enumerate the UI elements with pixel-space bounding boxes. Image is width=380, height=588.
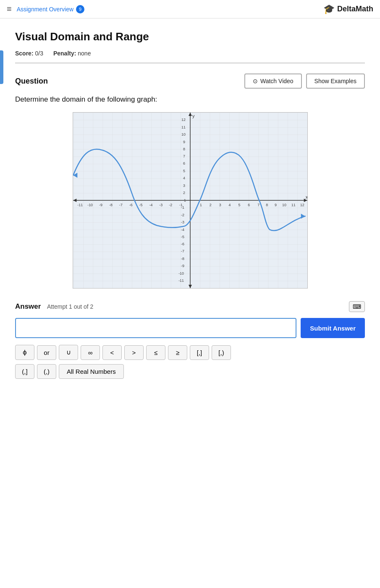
svg-text:-6: -6 xyxy=(129,203,132,207)
submit-button[interactable]: Submit Answer xyxy=(301,318,365,338)
top-bar: ≡ Assignment Overview 9 🎓 DeltaMath xyxy=(0,0,380,18)
svg-text:7: 7 xyxy=(257,203,259,207)
greater-button[interactable]: > xyxy=(124,345,144,360)
left-tab xyxy=(0,50,3,84)
svg-text:-8: -8 xyxy=(181,257,184,261)
svg-text:-8: -8 xyxy=(109,203,112,207)
score-row: Score: 0/3 Penalty: none xyxy=(15,50,365,57)
penalty-value: none xyxy=(78,50,91,57)
svg-text:11: 11 xyxy=(181,125,186,129)
svg-text:9: 9 xyxy=(183,140,185,144)
assignment-badge: 9 xyxy=(76,5,84,13)
svg-text:8: 8 xyxy=(266,203,268,207)
graph-wrapper: x y 1 2 3 4 5 6 7 8 9 10 11 12 -1 -2 xyxy=(73,112,308,289)
svg-text:5: 5 xyxy=(183,169,185,173)
svg-text:-3: -3 xyxy=(159,203,162,207)
paren-paren-button[interactable]: (,) xyxy=(37,364,56,379)
svg-text:5: 5 xyxy=(238,203,240,207)
svg-text:9: 9 xyxy=(275,203,277,207)
play-icon: ⊙ xyxy=(253,78,258,84)
svg-text:1: 1 xyxy=(199,203,202,207)
svg-text:2: 2 xyxy=(183,191,185,195)
penalty-label: Penalty: xyxy=(53,50,76,57)
svg-text:y: y xyxy=(192,113,194,118)
svg-text:-5: -5 xyxy=(181,235,184,239)
svg-text:3: 3 xyxy=(219,203,221,207)
logo-icon: 🎓 xyxy=(323,4,335,15)
hamburger-icon[interactable]: ≡ xyxy=(7,4,12,14)
svg-text:4: 4 xyxy=(228,203,231,207)
less-button[interactable]: < xyxy=(102,345,122,360)
answer-header: Answer Attempt 1 out of 2 ⌨ xyxy=(15,301,365,312)
leq-button[interactable]: ≤ xyxy=(146,345,165,360)
svg-text:-7: -7 xyxy=(181,249,184,253)
answer-input-row: Submit Answer xyxy=(15,318,365,338)
svg-text:x: x xyxy=(305,194,307,200)
keyboard-button[interactable]: ⌨ xyxy=(349,301,365,312)
svg-text:-11: -11 xyxy=(77,203,83,207)
symbol-row-1: ϕ or ∪ ∞ < > ≤ ≥ [,] [,) xyxy=(15,345,365,360)
bracket-closed-button[interactable]: [,] xyxy=(190,345,209,360)
graph-svg: x y 1 2 3 4 5 6 7 8 9 10 11 12 -1 -2 xyxy=(73,113,307,288)
question-header: Question ⊙ Watch Video Show Examples xyxy=(15,74,365,89)
logo-text: DeltaMath xyxy=(337,5,373,13)
infinity-button[interactable]: ∞ xyxy=(81,345,100,360)
attempt-label: Attempt 1 out of 2 xyxy=(47,303,94,310)
section-divider xyxy=(15,63,365,63)
all-real-numbers-button[interactable]: All Real Numbers xyxy=(59,364,124,379)
page-title: Visual Domain and Range xyxy=(15,30,365,43)
score-label: Score: xyxy=(15,50,34,57)
answer-input[interactable] xyxy=(15,318,296,338)
phi-button[interactable]: ϕ xyxy=(15,345,34,360)
svg-text:7: 7 xyxy=(183,154,185,158)
svg-text:-6: -6 xyxy=(181,242,184,246)
assignment-link[interactable]: Assignment Overview xyxy=(17,6,73,13)
svg-text:6: 6 xyxy=(248,203,250,207)
question-title: Question xyxy=(15,77,244,86)
svg-text:-2: -2 xyxy=(181,213,184,217)
svg-text:-5: -5 xyxy=(139,203,142,207)
svg-text:6: 6 xyxy=(183,161,185,165)
svg-text:-10: -10 xyxy=(178,271,184,276)
svg-text:-4: -4 xyxy=(181,228,184,232)
svg-text:4: 4 xyxy=(183,176,185,180)
svg-text:2: 2 xyxy=(209,203,211,207)
watch-video-label: Watch Video xyxy=(260,78,294,84)
paren-bracket-button[interactable]: (,] xyxy=(15,364,34,379)
watch-video-button[interactable]: ⊙ Watch Video xyxy=(244,74,302,89)
svg-text:12: 12 xyxy=(300,203,304,207)
score-value: 0/3 xyxy=(35,50,43,57)
svg-text:-4: -4 xyxy=(149,203,152,207)
svg-text:11: 11 xyxy=(291,203,295,207)
main-content: Visual Domain and Range Score: 0/3 Penal… xyxy=(0,18,380,588)
show-examples-button[interactable]: Show Examples xyxy=(306,74,365,89)
svg-text:-1: -1 xyxy=(181,205,184,210)
svg-text:10: 10 xyxy=(282,203,286,207)
answer-header-left: Answer Attempt 1 out of 2 xyxy=(15,302,93,311)
or-button[interactable]: or xyxy=(37,345,56,360)
svg-text:8: 8 xyxy=(183,147,185,151)
svg-text:1: 1 xyxy=(184,198,186,202)
question-text: Determine the domain of the following gr… xyxy=(15,95,365,104)
svg-text:-2: -2 xyxy=(169,203,172,207)
graph-container: x y 1 2 3 4 5 6 7 8 9 10 11 12 -1 -2 xyxy=(15,112,365,289)
answer-label: Answer xyxy=(15,302,41,310)
svg-text:-7: -7 xyxy=(119,203,122,207)
svg-text:-10: -10 xyxy=(87,203,93,207)
svg-text:-9: -9 xyxy=(181,264,184,268)
geq-button[interactable]: ≥ xyxy=(168,345,187,360)
svg-text:-11: -11 xyxy=(178,278,184,283)
logo-area: 🎓 DeltaMath xyxy=(323,4,373,15)
answer-section: Answer Attempt 1 out of 2 ⌨ Submit Answe… xyxy=(15,301,365,379)
svg-text:-3: -3 xyxy=(181,220,184,224)
svg-text:12: 12 xyxy=(181,118,186,122)
svg-text:-9: -9 xyxy=(99,203,102,207)
union-button[interactable]: ∪ xyxy=(59,345,78,360)
svg-text:3: 3 xyxy=(183,184,185,188)
bracket-half-open-button[interactable]: [,) xyxy=(212,345,231,360)
svg-text:10: 10 xyxy=(181,132,186,136)
symbol-row-2: (,] (,) All Real Numbers xyxy=(15,364,365,379)
